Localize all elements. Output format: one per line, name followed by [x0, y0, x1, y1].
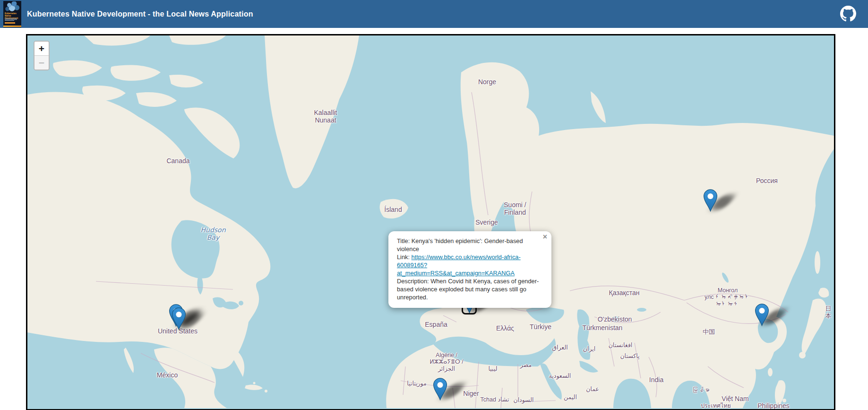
map-label-turkmenistan: Türkmenistan — [583, 324, 623, 331]
map-label-sudan: السودان — [513, 397, 533, 403]
map-label-china: 中国 — [703, 329, 715, 336]
map-marker-icon — [433, 378, 447, 401]
map-label-pakistan: پاکستان — [620, 353, 639, 359]
map-label-kazakhstan: Қазақстан — [609, 289, 640, 297]
map-label-thailand: ประเทศไทย — [701, 402, 731, 409]
map-label-afghanistan: افغانستان — [609, 342, 633, 349]
map-label-iran: ايران — [583, 346, 596, 352]
map-label-philippines: Philippines — [757, 402, 790, 410]
zoom-control: + − — [34, 41, 50, 70]
map-label-india: India — [649, 376, 663, 384]
map-label-mexico: México — [157, 371, 178, 379]
map-label-yemen: اليمن — [564, 394, 577, 401]
github-icon[interactable] — [840, 6, 856, 22]
map-label-greece: Ελλάς — [496, 324, 514, 332]
map-marker-icon — [704, 189, 717, 212]
map-label-japan: 日本 — [825, 305, 832, 320]
popup-link-line: Link: https://www.bbc.co.uk/news/world-a… — [397, 253, 543, 277]
page-title: Kubernetes Native Development - the Loca… — [27, 10, 253, 18]
zoom-out-button[interactable]: − — [34, 55, 49, 70]
app-header: Kubernetes Native Development Kubernetes… — [0, 0, 868, 28]
map-label-mauritania: موريتانيا — [407, 380, 426, 387]
map-label-hudson-bay: Hudson Bay — [200, 226, 225, 241]
map-label-canada: Canada — [166, 157, 189, 165]
map-label-norge: Norge — [478, 78, 496, 86]
map-label-oman: عمان — [586, 386, 599, 393]
book-cover-logo[interactable]: Kubernetes Native Development — [3, 1, 21, 27]
map-label-myanmar: မြန်မာ — [692, 387, 710, 393]
popup-close-button[interactable]: × — [543, 234, 547, 240]
map-marker-icon — [755, 304, 769, 326]
map-label-turkiye: Türkiye — [530, 323, 551, 331]
zoom-in-button[interactable]: + — [34, 42, 49, 55]
map-marker-icon — [172, 307, 186, 330]
map-label-espana: España — [425, 321, 447, 328]
map-label-iceland: Ísland — [384, 206, 402, 213]
map-label-greenland: Kalaallit Nunaat — [314, 109, 337, 124]
map-label-niger: Niger — [463, 390, 479, 397]
map-label-egypt: مصر — [520, 362, 532, 368]
map-label-chad: Tchad تشاد — [481, 396, 509, 403]
map-label-russia: Россия — [756, 177, 778, 184]
map-label-algeria: Algérie / ⵍⵣⵣⴰⵢⴻⵔ / الجزائر — [430, 352, 464, 372]
map-label-saudi-arabia: السعودية — [549, 373, 571, 379]
map-label-uzbekistan: O'zbekiston — [598, 315, 632, 323]
map-label-finland: Suomi / Finland — [504, 201, 526, 216]
popup-news-link[interactable]: https://www.bbc.co.uk/news/world-africa-… — [397, 253, 521, 277]
map-label-vietnam: Việt Nam — [722, 395, 748, 402]
book-cover-art — [5, 1, 20, 12]
map-container[interactable]: NorgeKalaallit NunaatCanadaÍslandHudson … — [26, 34, 835, 410]
map-label-iraq: العراق — [552, 344, 567, 351]
map-label-sverige: Sverige — [475, 218, 498, 226]
popup-description-line: Description: When Covid hit Kenya, cases… — [397, 277, 543, 301]
map-label-libya: ليبيا — [489, 366, 498, 372]
map-label-mongolia: Монгол улс ᠮᠣᠩᠭᠣᠯ ᠤᠯᠤᠰ — [705, 287, 751, 307]
news-popup: × Title: Kenya's 'hidden epidemic': Gend… — [388, 231, 551, 308]
popup-title-line: Title: Kenya's 'hidden epidemic': Gender… — [397, 237, 543, 253]
